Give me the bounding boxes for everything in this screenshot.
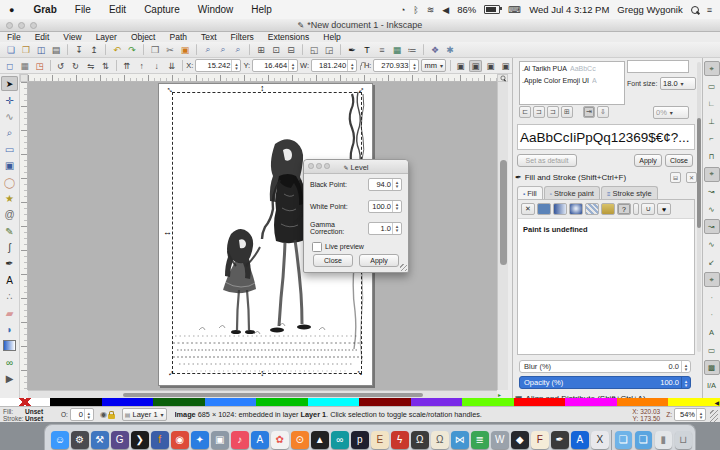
dock-wolfram[interactable]: W (491, 431, 509, 449)
fill-stroke-icon[interactable]: ✒ (345, 43, 359, 56)
rectangle-tool[interactable]: ▭ (1, 142, 18, 157)
input-source-icon[interactable]: ⌨ (508, 5, 521, 15)
open-document-icon[interactable]: ❐ (19, 43, 33, 56)
dock-separator[interactable] (611, 430, 612, 450)
menu-path[interactable]: Path (162, 32, 194, 42)
sep[interactable] (143, 44, 144, 55)
black-point-spinner[interactable] (392, 179, 401, 190)
pencil-tool[interactable]: ✎ (1, 224, 18, 239)
text-dialog-icon[interactable]: T (360, 43, 374, 56)
level-apply-button[interactable]: Apply (359, 254, 399, 267)
zoom-spinner[interactable] (696, 409, 705, 420)
paste-icon[interactable]: ▣ (178, 43, 192, 56)
text-tool[interactable]: A (1, 273, 18, 288)
align-dialog-icon[interactable]: ≔ (405, 43, 419, 56)
vertical-scrollbar-thumb[interactable] (500, 160, 507, 265)
mac-menu-edit[interactable]: Edit (100, 4, 135, 15)
snap-enable-button[interactable]: ⌖ (704, 61, 720, 76)
export-icon[interactable]: ↥ (87, 43, 101, 56)
box3d-tool[interactable]: ▣ (1, 158, 18, 173)
menu-text[interactable]: Text (194, 32, 224, 42)
zoom-page-icon[interactable]: ⌕ (231, 43, 245, 56)
dock-inkscape[interactable]: ✒ (551, 431, 569, 449)
flip-horizontal-icon[interactable]: ⇋ (84, 60, 97, 72)
gamma-spinner[interactable] (392, 223, 401, 234)
panel-scrollbar[interactable] (697, 62, 701, 352)
rotate-cw-icon[interactable]: ↻ (69, 60, 82, 72)
menu-layer[interactable]: Layer (89, 32, 124, 42)
dock-fontforge[interactable]: F (531, 431, 549, 449)
font-style-field[interactable] (627, 60, 689, 73)
align-center-button[interactable]: ⊐ (533, 106, 545, 118)
opacity-slider[interactable]: Opacity (%) 100.0 (519, 376, 691, 389)
swatch-magenta[interactable] (565, 398, 617, 406)
sep[interactable] (423, 44, 424, 55)
dock-photos[interactable]: ✿ (271, 431, 289, 449)
swatch-chartreuse[interactable] (462, 398, 514, 406)
more-tools-arrow[interactable]: ▶ (1, 371, 18, 386)
dock-itunes[interactable]: ♪ (231, 431, 249, 449)
snap-text-baseline-button[interactable]: A (704, 325, 720, 340)
snap-line-midpoint-button[interactable]: ↙ (704, 255, 720, 270)
zoom-tool[interactable]: ⌕ (1, 125, 18, 140)
sep[interactable] (67, 44, 68, 55)
print-icon[interactable]: ▤ (49, 43, 63, 56)
font-list-item[interactable]: .Apple Color Emoji UI A (520, 74, 624, 86)
lower-icon[interactable]: ↓ (150, 60, 163, 72)
selector-tool[interactable]: ➤ (1, 76, 18, 91)
dock-xcode[interactable]: ⚒ (91, 431, 109, 449)
font-family-list[interactable]: .Al Tarikh PUA AaBbCc .Apple Color Emoji… (519, 61, 625, 105)
horizontal-ruler[interactable] (28, 74, 497, 82)
snap-guide-button[interactable]: I/A (704, 378, 720, 393)
x-field[interactable]: 15.242 (195, 59, 241, 72)
width-spinner[interactable] (347, 60, 356, 71)
menu-view[interactable]: View (56, 32, 88, 42)
dock-app-store[interactable]: A (251, 431, 269, 449)
snap-bbox-center-button[interactable]: ⊓ (704, 149, 720, 164)
panel-collapse-button[interactable]: ⊟ (670, 172, 681, 183)
unlink-clone-icon[interactable]: ⊟ (284, 43, 298, 56)
swatch-blue[interactable] (102, 398, 154, 406)
ungroup-icon[interactable]: ◲ (322, 43, 336, 56)
snap-others-button[interactable]: ⌖ (704, 272, 720, 287)
set-as-default-button[interactable]: Set as default (517, 154, 577, 167)
fill-stroke-header[interactable]: ✒ Fill and Stroke (Shift+Ctrl+F) ⊟ ✕ (515, 171, 699, 184)
swatch-black[interactable] (50, 398, 102, 406)
swatch-red[interactable] (514, 398, 566, 406)
menu-edit[interactable]: Edit (28, 32, 57, 42)
user-menu[interactable]: Gregg Wygonik (617, 4, 682, 15)
zoom-corner-button[interactable] (497, 74, 508, 82)
level-close-button[interactable]: Close (313, 254, 353, 267)
apple-menu-icon[interactable]: ● (9, 5, 14, 15)
snap-rotation-center-button[interactable]: ∙ (704, 307, 720, 322)
group-icon[interactable]: ◱ (307, 43, 321, 56)
affect-stroke-icon[interactable]: ▣ (454, 60, 467, 72)
dock-sparkfun[interactable]: ϟ (391, 431, 409, 449)
snap-dialog-icon[interactable]: ❖ (428, 43, 442, 56)
y-field[interactable]: 16.464 (252, 59, 298, 72)
affect-gradient-icon[interactable]: ▣ (484, 60, 497, 72)
sep[interactable] (196, 44, 197, 55)
spray-tool[interactable]: ∴ (1, 289, 18, 304)
zoom-selection-icon[interactable]: ⌕ (201, 43, 215, 56)
sep[interactable] (302, 44, 303, 55)
paint-none-button[interactable]: ✕ (521, 203, 535, 215)
mac-menu-help[interactable]: Help (242, 4, 281, 15)
xml-editor-icon[interactable]: ▦ (390, 43, 404, 56)
dock-fritzing[interactable]: ⋈ (451, 431, 469, 449)
snap-path-button[interactable]: ↝ (704, 184, 720, 199)
fill-rule-evenodd-button[interactable]: ♥ (657, 203, 671, 215)
font-apply-button[interactable]: Apply (634, 154, 662, 167)
paint-unknown-button[interactable]: ? (617, 203, 631, 215)
font-close-button[interactable]: Close (665, 154, 693, 167)
white-point-field[interactable]: 100.0 (368, 200, 402, 213)
affect-pattern-icon[interactable]: ▣ (499, 60, 512, 72)
horizontal-scrollbar[interactable] (28, 390, 497, 398)
preferences-icon[interactable]: ✱ (443, 43, 457, 56)
snap-bbox-edge-mid-button[interactable]: ⌐ (704, 131, 720, 146)
dock-folder-documents[interactable]: ❏ (615, 431, 633, 449)
x-spinner[interactable] (231, 60, 240, 71)
dock-blender[interactable]: ⊙ (291, 431, 309, 449)
bezier-tool[interactable]: ʃ (1, 240, 18, 255)
flip-vertical-icon[interactable]: ⇅ (99, 60, 112, 72)
